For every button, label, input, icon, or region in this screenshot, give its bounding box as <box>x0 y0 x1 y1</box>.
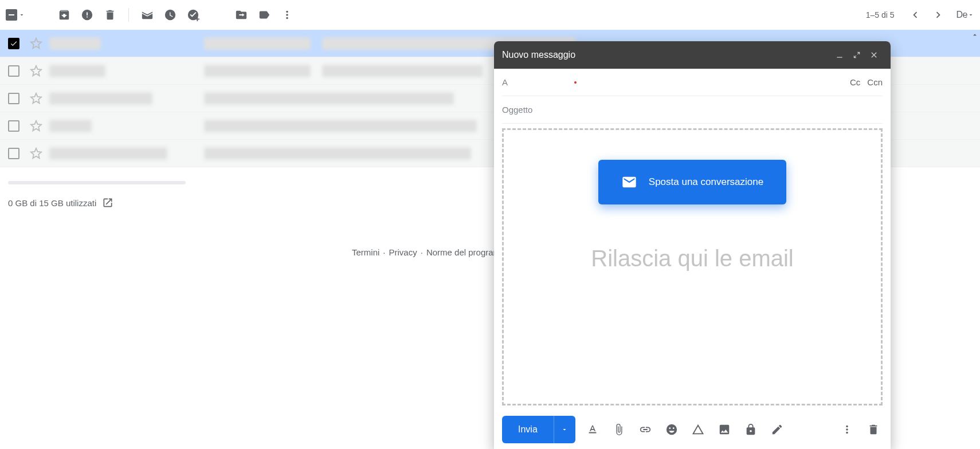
sender-blurred <box>49 92 152 105</box>
row-checkbox[interactable] <box>8 148 19 159</box>
attach-button[interactable] <box>610 420 628 439</box>
subject-blurred <box>322 65 483 77</box>
emoji-button[interactable] <box>663 420 681 439</box>
signature-button[interactable] <box>768 420 786 439</box>
row-checkbox[interactable] <box>8 120 19 132</box>
spam-button[interactable] <box>76 3 99 26</box>
close-button[interactable] <box>865 46 883 64</box>
select-all-toggle[interactable] <box>6 9 25 21</box>
star-icon[interactable] <box>30 147 42 160</box>
sender-blurred <box>49 147 167 160</box>
drive-button[interactable] <box>689 420 707 439</box>
archive-button[interactable] <box>53 3 76 26</box>
bcc-button[interactable]: Ccn <box>867 77 883 87</box>
cc-button[interactable]: Cc <box>850 77 860 87</box>
row-checkbox[interactable] <box>8 93 19 104</box>
compose-drop-zone[interactable]: Sposta una conversazione Rilascia qui le… <box>502 128 883 405</box>
confidential-button[interactable] <box>742 420 760 439</box>
pager-next-button[interactable] <box>927 3 950 26</box>
minimize-button[interactable] <box>831 46 848 64</box>
fullscreen-button[interactable] <box>848 46 865 64</box>
to-field-row: A Cc Ccn <box>502 69 883 96</box>
subject-blurred <box>204 92 454 105</box>
mail-icon <box>621 174 637 190</box>
star-icon[interactable] <box>30 37 42 50</box>
delete-button[interactable] <box>99 3 121 26</box>
subject-blurred <box>204 120 477 132</box>
sender-blurred <box>49 120 92 132</box>
subject-input[interactable] <box>502 105 883 115</box>
cursor-dot-icon <box>574 81 577 84</box>
storage-progress-bar <box>8 181 186 184</box>
star-icon[interactable] <box>30 92 42 105</box>
row-checkbox[interactable] <box>8 38 19 49</box>
open-in-new-icon[interactable] <box>102 197 113 208</box>
terms-link[interactable]: Termini <box>352 247 379 257</box>
move-to-button[interactable] <box>230 3 253 26</box>
footer-links: Termini·Privacy·Norme del programma <box>352 247 512 257</box>
insert-link-button[interactable] <box>636 420 654 439</box>
toolbar-separator <box>128 8 129 22</box>
subject-blurred <box>204 37 311 50</box>
input-tools-label: De <box>957 10 967 20</box>
subject-blurred <box>204 65 311 77</box>
chip-label: Sposta una conversazione <box>649 176 763 188</box>
star-icon[interactable] <box>30 120 42 132</box>
send-options-button[interactable] <box>554 416 575 443</box>
input-tools-button[interactable]: De <box>957 10 974 20</box>
compose-toolbar: Invia <box>494 410 891 449</box>
sender-blurred <box>49 65 105 77</box>
privacy-link[interactable]: Privacy <box>389 247 417 257</box>
mark-read-button[interactable] <box>136 3 159 26</box>
labels-button[interactable] <box>253 3 276 26</box>
compose-more-button[interactable] <box>838 420 856 439</box>
sender-blurred <box>49 37 101 50</box>
to-input[interactable] <box>515 77 843 87</box>
add-to-tasks-button[interactable] <box>182 3 205 26</box>
discard-draft-button[interactable] <box>864 420 883 439</box>
subject-blurred <box>204 147 471 160</box>
send-button[interactable]: Invia <box>502 416 554 443</box>
subject-field-row <box>502 96 883 124</box>
row-checkbox[interactable] <box>8 65 19 77</box>
scrollbar-up-icon[interactable] <box>971 31 979 39</box>
formatting-button[interactable] <box>583 420 602 439</box>
compose-header[interactable]: Nuovo messaggio <box>494 41 891 69</box>
compose-window: Nuovo messaggio A Cc Ccn Sposta una conv… <box>494 41 891 449</box>
compose-title: Nuovo messaggio <box>502 50 831 60</box>
snooze-button[interactable] <box>159 3 182 26</box>
pager-prev-button[interactable] <box>904 3 927 26</box>
to-label: A <box>502 77 508 87</box>
storage-text: 0 GB di 15 GB utilizzati <box>8 198 96 208</box>
insert-image-button[interactable] <box>715 420 734 439</box>
star-icon[interactable] <box>30 65 42 77</box>
main-toolbar: 1–5 di 5 De <box>0 0 980 30</box>
drop-zone-text: Rilascia qui le email <box>591 246 793 271</box>
pager-text: 1–5 di 5 <box>866 10 895 19</box>
more-button[interactable] <box>276 3 299 26</box>
move-conversation-chip[interactable]: Sposta una conversazione <box>598 160 786 204</box>
